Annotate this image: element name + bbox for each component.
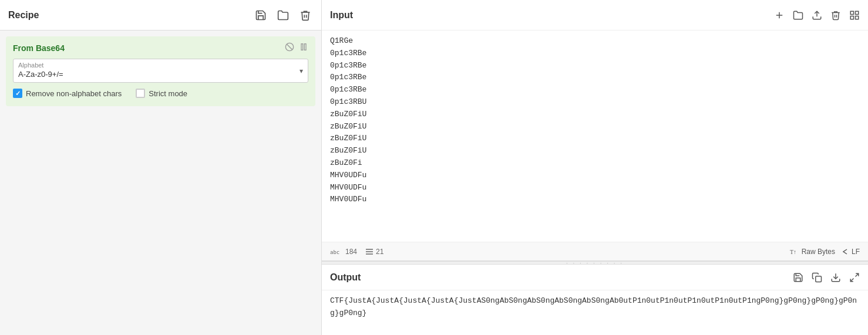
input-add-button[interactable] [774,10,785,21]
save-icon [255,9,267,21]
input-line-2: 0p1c3RBe [330,48,860,60]
footer-controls: T↑ Raw Bytes LF [790,247,860,256]
remove-nonalpha-checkbox-item[interactable]: Remove non-alphabet chars [13,89,122,98]
alphabet-value: A-Za-z0-9+/= [18,70,303,79]
alphabet-label: Alphabet [18,62,303,69]
input-line-14: MHV0UDFu [330,194,860,206]
operation-header: From Base64 [13,42,308,54]
raw-bytes-label: Raw Bytes [802,248,835,256]
recipe-header: Recipe [0,0,321,31]
recipe-save-button[interactable] [253,8,268,23]
no-entry-icon [285,42,294,52]
lf-button[interactable]: LF [841,248,860,256]
input-line-8: zBuZ0FiU [330,121,860,133]
input-footer: abc 184 21 T↑ [322,242,868,260]
export-icon [830,272,841,283]
svg-text:abc: abc [330,249,339,255]
footer-stats: abc 184 21 [330,248,383,256]
svg-rect-9 [856,16,859,19]
right-panel: Input [322,0,868,335]
output-expand-button[interactable] [849,272,860,283]
trash-icon [300,9,311,21]
input-header: Input [322,0,868,31]
svg-line-19 [850,278,853,281]
recipe-header-icons [253,8,313,23]
output-copy-button[interactable] [812,272,822,283]
svg-rect-10 [850,16,853,19]
char-count-stat: abc 184 [330,248,357,256]
input-layout-button[interactable] [849,10,860,21]
pause-icon [299,42,308,52]
input-line-9: zBuZ0FiU [330,133,860,145]
operation-controls [285,42,308,54]
svg-text:T↑: T↑ [790,249,796,255]
input-header-icons [774,10,860,21]
lines-icon [365,248,374,256]
input-line-4: 0p1c3RBe [330,72,860,84]
operation-pause-button[interactable] [299,42,308,54]
output-title: Output [330,272,361,283]
recipe-title: Recipe [8,10,39,21]
copy-icon [812,272,822,283]
input-content[interactable]: Q1RGe 0p1c3RBe 0p1c3RBe 0p1c3RBe 0p1c3RB… [322,31,868,242]
operation-title: From Base64 [13,43,65,53]
input-line-12: MHV0UDFu [330,170,860,182]
svg-rect-7 [850,11,853,14]
abc-icon: abc [330,248,343,256]
folder-open-icon [793,10,803,21]
output-save-button[interactable] [793,272,803,283]
input-line-6: 0p1c3RBU [330,96,860,109]
input-title: Input [330,10,353,21]
svg-line-1 [287,44,292,49]
options-row: Remove non-alphabet chars Strict mode [13,89,308,98]
strict-mode-checkbox[interactable] [136,89,145,98]
input-section: Input [322,0,868,261]
input-line-11: zBuZ0Fi [330,157,860,170]
output-header-icons [793,272,860,283]
remove-nonalpha-label: Remove non-alphabet chars [26,89,122,98]
output-export-button[interactable] [830,272,841,283]
remove-nonalpha-checkbox[interactable] [13,89,22,98]
strict-mode-label: Strict mode [149,89,187,98]
input-line-5: 0p1c3RBe [330,84,860,96]
svg-rect-2 [301,44,303,50]
output-content[interactable]: CTF{JustA{JustA{JustA{JustA{JustAS0ngAbS… [322,290,868,335]
lf-label: LF [852,248,860,256]
text-format-icon: T↑ [790,247,799,256]
alphabet-field[interactable]: Alphabet A-Za-z0-9+/= ▾ [13,59,308,83]
output-save-icon [793,272,803,283]
line-count: 21 [376,248,383,256]
import-icon [812,10,822,21]
operation-disable-button[interactable] [285,42,294,54]
output-header: Output [322,265,868,290]
svg-rect-16 [816,276,822,282]
recipe-delete-button[interactable] [298,8,313,23]
alphabet-dropdown-arrow[interactable]: ▾ [300,67,303,75]
operation-card: From Base64 Alphabet A-Za- [6,36,315,106]
recipe-panel: Recipe [0,0,322,335]
char-count: 184 [345,248,357,256]
svg-rect-3 [304,44,306,50]
grid-icon [849,10,860,21]
input-line-1: Q1RGe [330,35,860,48]
svg-line-18 [856,273,859,276]
output-section: Output [322,265,868,335]
input-clear-button[interactable] [830,10,841,21]
svg-rect-8 [856,11,859,14]
input-line-10: zBuZ0FiU [330,145,860,157]
raw-bytes-button[interactable]: T↑ Raw Bytes [790,247,835,256]
input-line-7: zBuZ0FiU [330,109,860,121]
line-count-stat: 21 [365,248,383,256]
input-line-13: MHV0UDFu [330,182,860,194]
input-trash-icon [830,10,841,21]
arrow-left-icon [841,248,849,256]
plus-icon [774,10,785,21]
strict-mode-checkbox-item[interactable]: Strict mode [136,89,187,98]
input-line-3: 0p1c3RBe [330,60,860,72]
input-import-button[interactable] [812,10,822,21]
input-open-button[interactable] [793,10,803,21]
recipe-open-button[interactable] [275,8,291,23]
expand-icon [849,272,860,283]
folder-icon [277,9,289,21]
